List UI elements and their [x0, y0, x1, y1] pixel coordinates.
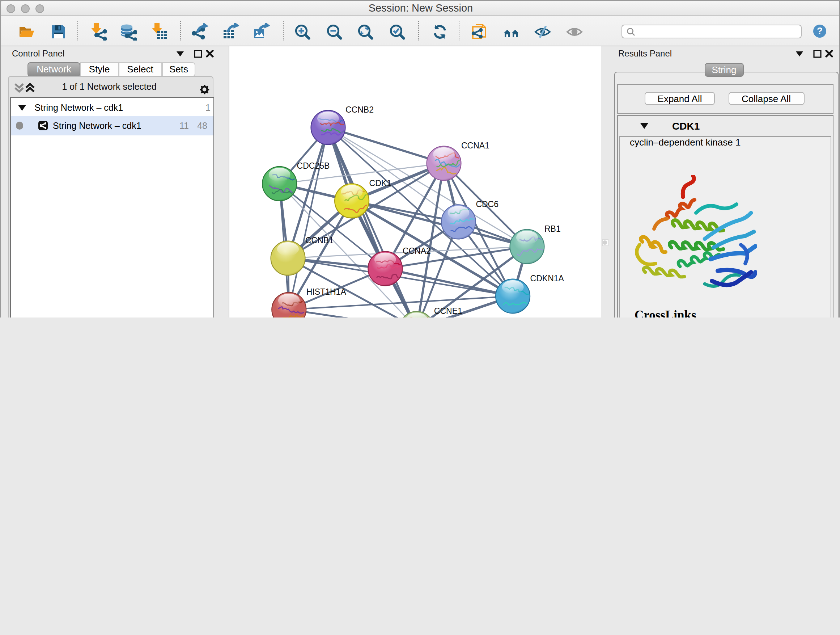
svg-text:CCNE1: CCNE1 [434, 306, 462, 315]
svg-text:HIST1H1A: HIST1H1A [306, 287, 346, 296]
svg-text:CCNB1: CCNB1 [305, 235, 333, 245]
svg-text:CDK1: CDK1 [369, 178, 391, 187]
svg-text:CDC25B: CDC25B [297, 161, 330, 170]
svg-text:CDC6: CDC6 [475, 199, 498, 209]
svg-text:RB1: RB1 [544, 224, 561, 233]
svg-text:CCNA2: CCNA2 [402, 246, 431, 255]
svg-text:CCNA1: CCNA1 [461, 141, 489, 150]
svg-text:CDKN1A: CDKN1A [530, 273, 564, 283]
svg-text:CCNB2: CCNB2 [345, 105, 373, 114]
